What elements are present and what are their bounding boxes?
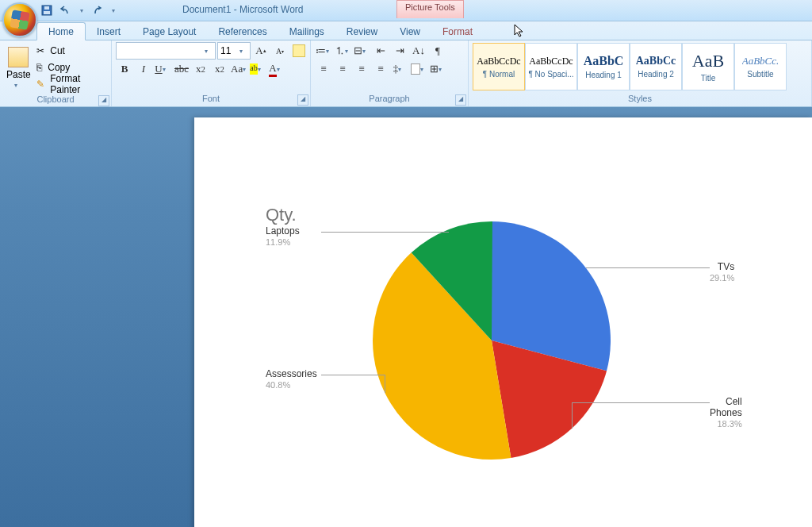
tab-view[interactable]: View — [389, 23, 431, 40]
tab-review[interactable]: Review — [335, 23, 389, 40]
line-spacing-button[interactable]: ‡▾ — [391, 60, 408, 78]
paragraph-group-label: Paragraph — [369, 94, 409, 103]
multilevel-list-button[interactable]: ⊟▾ — [353, 42, 370, 60]
quick-access-toolbar: ▾ ▾ — [40, 3, 117, 17]
tab-mailings[interactable]: Mailings — [278, 23, 335, 40]
copy-icon: ⎘ — [36, 62, 42, 73]
group-clipboard: Paste ▾ ✂ Cut ⎘ Copy ✎ Format Painter Cl… — [0, 40, 112, 106]
style-item-0[interactable]: AaBbCcDc¶ Normal — [473, 43, 525, 90]
undo-dropdown[interactable]: ▾ — [78, 3, 86, 17]
font-group-label: Font — [202, 94, 220, 103]
qat-customize-dropdown[interactable]: ▾ — [109, 3, 117, 17]
tab-page-layout[interactable]: Page Layout — [132, 23, 207, 40]
scissors-icon: ✂ — [36, 45, 44, 56]
window-title: Document1 - Microsoft Word — [182, 4, 304, 15]
pie-chart: TVs29.1%Cell Phones18.3%Assessories40.8%… — [266, 225, 741, 527]
subscript-button[interactable]: x2 — [192, 60, 209, 78]
save-icon[interactable] — [40, 3, 54, 17]
style-item-4[interactable]: AaBTitle — [682, 43, 734, 90]
numbering-button[interactable]: ⒈▾ — [334, 42, 351, 60]
ribbon-tabs: Home Insert Page Layout References Maili… — [0, 21, 812, 40]
style-item-3[interactable]: AaBbCcHeading 2 — [630, 43, 682, 90]
chart-label: Assessories40.8% — [266, 368, 317, 390]
tab-references[interactable]: References — [207, 23, 278, 40]
change-case-button[interactable]: Aa▾ — [230, 60, 247, 78]
font-launcher[interactable]: ◢ — [297, 94, 308, 106]
tab-insert[interactable]: Insert — [86, 23, 132, 40]
style-item-2[interactable]: AaBbCHeading 1 — [577, 43, 630, 90]
decrease-indent-button[interactable]: ⇤ — [372, 42, 389, 60]
underline-button[interactable]: U▾ — [154, 60, 171, 78]
style-gallery[interactable]: AaBbCcDc¶ NormalAaBbCcDc¶ No Spaci...AaB… — [473, 43, 787, 90]
style-item-5[interactable]: AaBbCc.Subtitle — [734, 43, 787, 90]
styles-group-label: Styles — [628, 94, 652, 103]
page[interactable]: Qty. TVs29.1%Cell Phones18.3%Assessories… — [194, 117, 812, 527]
group-font: ▾ 11▾ A▴ A▾ B I U▾ abc x2 x2 Aa▾ ab▾ A▾ … — [112, 40, 311, 106]
borders-button[interactable]: ⊞▾ — [429, 60, 446, 78]
group-paragraph: ≔▾ ⒈▾ ⊟▾ ⇤ ⇥ A↓ ¶ ≡ ≡ ≡ ≡ ‡▾ ▾ ⊞▾ Paragr… — [311, 40, 469, 106]
chart-label: Cell Phones18.3% — [710, 396, 742, 429]
contextual-tab-picture-tools: Picture Tools — [396, 0, 464, 18]
redo-icon[interactable] — [90, 3, 105, 17]
brush-icon: ✎ — [36, 79, 44, 90]
ribbon: Paste ▾ ✂ Cut ⎘ Copy ✎ Format Painter Cl… — [0, 40, 812, 107]
group-styles: AaBbCcDc¶ NormalAaBbCcDc¶ No Spaci...AaB… — [469, 40, 812, 106]
increase-indent-button[interactable]: ⇥ — [391, 42, 408, 60]
sort-button[interactable]: A↓ — [410, 42, 427, 60]
grow-font-button[interactable]: A▴ — [252, 42, 270, 60]
align-center-button[interactable]: ≡ — [334, 60, 351, 78]
paste-label: Paste — [6, 69, 31, 80]
title-bar: ▾ ▾ Document1 - Microsoft Word Picture T… — [0, 0, 812, 21]
svg-rect-2 — [44, 6, 49, 10]
paste-icon — [8, 47, 29, 67]
cut-button[interactable]: ✂ Cut — [36, 43, 107, 59]
show-marks-button[interactable]: ¶ — [429, 42, 446, 60]
document-area[interactable]: Qty. TVs29.1%Cell Phones18.3%Assessories… — [0, 105, 812, 527]
paragraph-launcher[interactable]: ◢ — [455, 94, 466, 106]
shading-button[interactable]: ▾ — [410, 60, 427, 78]
italic-button[interactable]: I — [135, 60, 152, 78]
office-button[interactable] — [2, 2, 37, 37]
shrink-font-button[interactable]: A▾ — [271, 42, 289, 60]
chart-label: TVs29.1% — [710, 261, 734, 283]
justify-button[interactable]: ≡ — [372, 60, 389, 78]
font-size-combo[interactable]: 11▾ — [217, 42, 251, 60]
clipboard-label: Clipboard — [36, 94, 74, 104]
font-name-combo[interactable]: ▾ — [116, 42, 216, 60]
style-item-1[interactable]: AaBbCcDc¶ No Spaci... — [525, 43, 577, 90]
paste-dropdown[interactable]: ▾ — [14, 82, 22, 89]
format-painter-button[interactable]: ✎ Format Painter — [36, 76, 107, 92]
svg-rect-1 — [44, 11, 50, 14]
font-color-button[interactable]: A▾ — [268, 60, 285, 78]
chart-label: Laptops11.9% — [266, 225, 300, 248]
bullets-button[interactable]: ≔▾ — [315, 42, 332, 60]
undo-icon[interactable] — [59, 3, 73, 17]
tab-home[interactable]: Home — [36, 22, 86, 40]
bold-button[interactable]: B — [116, 60, 133, 78]
align-right-button[interactable]: ≡ — [353, 60, 370, 78]
clear-formatting-button[interactable] — [290, 42, 308, 60]
highlight-button[interactable]: ab▾ — [249, 60, 266, 78]
align-left-button[interactable]: ≡ — [315, 60, 332, 78]
superscript-button[interactable]: x2 — [211, 60, 228, 78]
tab-format[interactable]: Format — [431, 23, 484, 40]
paste-button[interactable]: Paste ▾ — [4, 43, 33, 92]
strikethrough-button[interactable]: abc — [173, 60, 190, 78]
